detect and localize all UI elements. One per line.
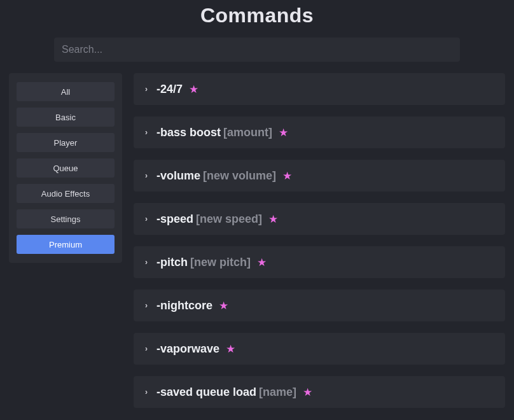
command-row[interactable]: ›-volume [new volume]★ [134,160,505,192]
sidebar-item-settings[interactable]: Settings [17,209,115,228]
command-name: -vaporwave [156,342,219,356]
sidebar-item-label: Premium [49,240,82,249]
sidebar: AllBasicPlayerQueueAudio EffectsSettings… [9,73,122,263]
star-icon: ★ [257,257,267,268]
command-args: [amount] [223,126,272,139]
chevron-right-icon: › [145,258,148,267]
command-name: -24/7 [156,83,183,96]
star-icon: ★ [282,171,292,181]
header: Commands [0,0,514,38]
sidebar-item-audio-effects[interactable]: Audio Effects [17,184,115,203]
command-args: [new volume] [203,169,276,183]
star-icon: ★ [268,214,278,225]
command-name: -volume [156,169,200,183]
command-name: -nightcore [156,299,212,312]
chevron-right-icon: › [145,85,148,94]
command-row[interactable]: ›-pitch [new pitch]★ [134,246,505,278]
sidebar-item-label: Audio Effects [41,189,90,199]
command-row[interactable]: ›-saved queue load [name]★ [134,376,505,408]
sidebar-item-premium[interactable]: Premium [17,235,115,254]
command-args: [name] [259,386,296,399]
sidebar-item-label: Player [54,138,78,148]
star-icon: ★ [279,127,288,138]
sidebar-item-label: Queue [53,164,78,173]
chevron-right-icon: › [145,128,148,137]
command-args: [new speed] [196,213,262,226]
command-row[interactable]: ›-24/7★ [134,73,505,105]
sidebar-item-label: All [61,87,70,97]
sidebar-item-player[interactable]: Player [17,133,115,152]
search-wrap [0,38,514,73]
sidebar-item-basic[interactable]: Basic [17,108,115,127]
chevron-right-icon: › [145,214,148,223]
chevron-right-icon: › [145,301,148,310]
command-name: -pitch [156,256,188,269]
page-title: Commands [0,4,514,27]
star-icon: ★ [226,344,235,354]
chevron-right-icon: › [145,171,148,180]
content: AllBasicPlayerQueueAudio EffectsSettings… [0,73,514,408]
sidebar-item-queue[interactable]: Queue [17,158,115,178]
command-args: [new pitch] [190,256,251,269]
chevron-right-icon: › [145,344,148,353]
command-name: -saved queue load [156,386,256,399]
command-row[interactable]: ›-bass boost [amount]★ [134,116,505,148]
star-icon: ★ [303,387,312,398]
sidebar-item-all[interactable]: All [17,82,115,101]
command-name: -bass boost [156,126,221,139]
commands-list: ›-24/7★›-bass boost [amount]★›-volume [n… [134,73,505,408]
command-row[interactable]: ›-vaporwave★ [134,333,505,365]
command-row[interactable]: ›-nightcore★ [134,290,505,321]
command-row[interactable]: ›-speed [new speed]★ [134,203,505,235]
command-name: -speed [156,213,193,226]
star-icon: ★ [189,84,198,95]
chevron-right-icon: › [145,388,148,396]
sidebar-item-label: Settings [51,214,81,224]
search-input[interactable] [54,38,460,62]
sidebar-item-label: Basic [55,113,76,122]
star-icon: ★ [219,300,228,311]
